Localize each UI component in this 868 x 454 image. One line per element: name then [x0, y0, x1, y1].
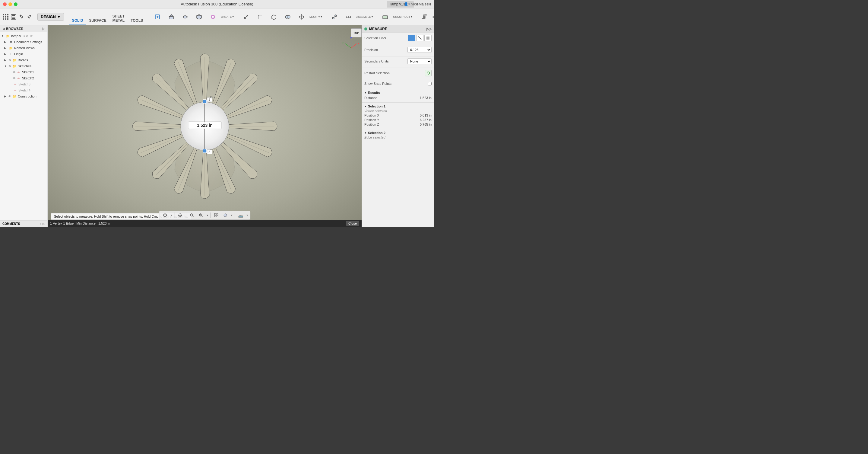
- sketch-icon-4: ✏: [13, 88, 18, 93]
- selection1-collapse-icon[interactable]: ▼: [364, 105, 367, 108]
- zoom-in-button[interactable]: [197, 212, 205, 219]
- eye-icon-sketches[interactable]: 👁: [8, 65, 11, 68]
- close-traffic-light[interactable]: [3, 2, 7, 6]
- expand-lamp-icon[interactable]: ▼: [1, 34, 5, 37]
- orbit-button[interactable]: [161, 212, 169, 219]
- zoom-dropdown-icon[interactable]: ▼: [206, 214, 209, 217]
- tree-item-sketch4[interactable]: ✏ Sketch4: [0, 87, 48, 93]
- env-dropdown-icon[interactable]: ▼: [246, 214, 248, 217]
- push-pull-button[interactable]: [240, 10, 253, 24]
- secondary-units-select[interactable]: None mm cm: [407, 58, 432, 64]
- fillet-button[interactable]: [253, 10, 267, 24]
- expand-construction-icon[interactable]: ▶: [4, 95, 8, 98]
- eye-icon-sketch2[interactable]: 👁: [13, 77, 16, 80]
- expand-sketches-icon[interactable]: ▼: [4, 65, 8, 67]
- tree-item-named-views[interactable]: ▶ 📁 Named Views: [0, 45, 48, 51]
- eye-icon-lamp[interactable]: 👁: [30, 34, 33, 38]
- precision-select[interactable]: 0.123 0.12 0.1: [407, 47, 432, 53]
- expand-doc-settings-icon[interactable]: ▶: [4, 40, 8, 44]
- comments-add-icon[interactable]: +: [39, 222, 41, 226]
- settings-icon[interactable]: ⚙: [26, 34, 29, 38]
- statusbar: 1 Vertex 1 Edge | Min Distance : 1.523 i…: [48, 220, 362, 227]
- folder-named-views-icon: 📁: [8, 46, 13, 50]
- box-button[interactable]: [192, 10, 206, 24]
- viewcube[interactable]: X Y Z TOP: [341, 28, 359, 47]
- sketch-icon-2: ✏: [16, 76, 21, 81]
- create-text: CREATE: [221, 16, 231, 19]
- extrude-button[interactable]: [165, 10, 178, 24]
- svg-line-64: [202, 216, 203, 217]
- design-menu-button[interactable]: DESIGN ▼: [37, 13, 64, 21]
- new-component-button[interactable]: [151, 10, 164, 24]
- comments-expand-icon[interactable]: ▷: [42, 222, 45, 226]
- tab-sheet-metal[interactable]: SHEET METAL: [110, 13, 128, 24]
- eye-icon-construction[interactable]: 👁: [8, 95, 11, 98]
- restart-selection-button[interactable]: [425, 70, 432, 76]
- browser-minimize-icon[interactable]: —: [37, 27, 41, 31]
- tree-item-bodies[interactable]: ▶ 👁 📁 Bodies: [0, 57, 48, 63]
- gear-icon: ⚙: [8, 39, 13, 45]
- tree-item-sketch2[interactable]: 👁 ✏ Sketch2: [0, 75, 48, 81]
- tree-item-doc-settings[interactable]: ▶ ⚙ Document Settings: [0, 39, 48, 45]
- shell-button[interactable]: [267, 10, 280, 24]
- viewport[interactable]: 1 2 ⚙ 1.523 in Select objects to measure…: [48, 25, 362, 227]
- svg-rect-70: [217, 216, 218, 217]
- svg-rect-37: [424, 16, 424, 19]
- visual-dropdown-icon[interactable]: ▼: [231, 214, 233, 217]
- save-button[interactable]: [10, 10, 17, 24]
- svg-point-25: [287, 16, 290, 19]
- tree-item-construction[interactable]: ▶ 👁 📁 Construction: [0, 93, 48, 99]
- zoom-out-button[interactable]: [188, 212, 196, 219]
- tree-item-sketch1[interactable]: 👁 ✏ Sketch1: [0, 69, 48, 75]
- maximize-traffic-light[interactable]: [14, 2, 18, 6]
- snap-points-checkbox[interactable]: [428, 82, 432, 85]
- redo-button[interactable]: [26, 10, 33, 24]
- window-title: Autodesk Fusion 360 (Education License): [181, 2, 253, 6]
- browser-expand-icon[interactable]: ▷: [42, 27, 45, 31]
- tree-item-sketch3[interactable]: ✏ Sketch3: [0, 81, 48, 87]
- orbit-dropdown-icon[interactable]: ▼: [170, 214, 173, 217]
- revolve-button[interactable]: [179, 10, 192, 24]
- viewcube-top-face[interactable]: TOP: [351, 28, 362, 37]
- tree-item-lamp[interactable]: ▼ 📁 lamp v13 ⚙ 👁: [0, 33, 48, 39]
- expand-bodies-icon[interactable]: ▶: [4, 59, 8, 62]
- pan-button[interactable]: [177, 212, 184, 219]
- measure-button[interactable]: [418, 10, 431, 24]
- create-group: CREATE ▼: [151, 10, 235, 24]
- filter-edge-button[interactable]: [416, 35, 424, 41]
- eye-icon-sketch1[interactable]: 👁: [13, 70, 16, 74]
- tree-item-origin[interactable]: ▶ ✛ Origin: [0, 51, 48, 57]
- tab-surface[interactable]: SURFACE: [86, 17, 109, 24]
- distance-value: 1.523 in: [420, 96, 432, 100]
- plane-button[interactable]: [378, 10, 392, 24]
- secondary-units-label: Secondary Units: [364, 59, 389, 63]
- minimize-traffic-light[interactable]: [8, 2, 12, 6]
- expand-named-views-icon[interactable]: ▶: [4, 47, 8, 50]
- filter-vertex-button[interactable]: [408, 35, 415, 41]
- titlebar: Autodesk Fusion 360 (Education License) …: [0, 0, 434, 8]
- restart-section: Restart Selection: [362, 68, 434, 80]
- app-grid-button[interactable]: [2, 10, 9, 24]
- expand-origin-icon[interactable]: ▶: [4, 53, 8, 56]
- rigid-group-button[interactable]: [342, 10, 355, 24]
- joint-button[interactable]: [328, 10, 341, 24]
- close-measure-button[interactable]: Close: [346, 221, 359, 226]
- combine-button[interactable]: [281, 10, 294, 24]
- browser-title: BROWSER: [6, 27, 23, 30]
- move-button[interactable]: [295, 10, 308, 24]
- eye-icon-bodies[interactable]: 👁: [8, 59, 11, 62]
- visual-style-button[interactable]: [222, 212, 229, 219]
- snap-points-section: Show Snap Points: [362, 80, 434, 89]
- filter-face-button[interactable]: [424, 35, 432, 41]
- environment-button[interactable]: [237, 212, 245, 219]
- undo-button[interactable]: [18, 10, 25, 24]
- results-collapse-icon[interactable]: ▼: [364, 91, 367, 94]
- measure-panel-expand-icon[interactable]: ▷▷: [426, 27, 432, 31]
- tree-item-sketches[interactable]: ▼ 👁 📁 Sketches: [0, 63, 48, 69]
- browser-collapse-icon[interactable]: ◀: [2, 27, 5, 30]
- pattern-button[interactable]: [206, 10, 220, 24]
- selection2-collapse-icon[interactable]: ▼: [364, 132, 367, 134]
- display-mode-button[interactable]: [213, 212, 220, 219]
- tab-solid[interactable]: SOLID: [69, 17, 86, 24]
- tab-tools[interactable]: TOOLS: [128, 17, 146, 24]
